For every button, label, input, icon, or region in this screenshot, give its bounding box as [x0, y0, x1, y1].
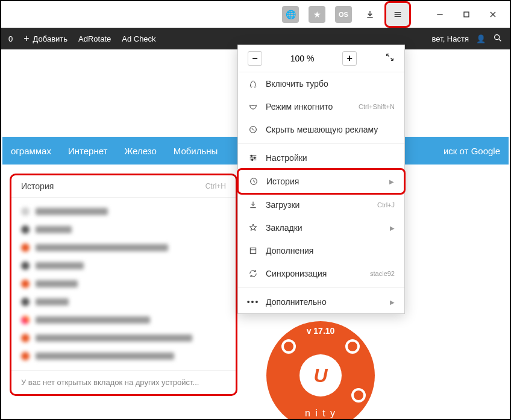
maximize-button[interactable] [454, 5, 478, 24]
clock-icon [248, 176, 259, 187]
add-bookmark-button[interactable]: +Добавить [24, 33, 67, 44]
menu-settings[interactable]: Настройки [238, 146, 404, 169]
list-item[interactable] [11, 293, 236, 311]
toolbar-adcheck[interactable]: Ad Check [122, 34, 155, 43]
download-icon [248, 199, 259, 210]
history-footer: У вас нет открытых вкладок на других уст… [11, 370, 236, 394]
nav-item[interactable]: Железо [124, 146, 156, 156]
svg-rect-7 [250, 248, 256, 253]
chevron-right-icon: ▶ [390, 225, 395, 231]
svg-point-3 [251, 155, 252, 157]
user-icon[interactable]: 👤 [476, 34, 486, 43]
minimize-button[interactable] [428, 5, 452, 24]
history-list [11, 198, 236, 370]
menu-bookmarks[interactable]: Закладки ▶ [238, 216, 404, 239]
list-item[interactable] [11, 221, 236, 239]
toolbar-adrotate[interactable]: AdRotate [78, 34, 111, 43]
menu-history[interactable]: История ▶ [239, 170, 404, 193]
block-icon [248, 124, 259, 135]
box-icon [248, 245, 259, 256]
history-shortcut: Ctrl+H [205, 182, 226, 190]
nav-search[interactable]: иск от Google [444, 146, 500, 156]
browser-main-menu: − 100 % + Включить турбо Режим инкогнито… [237, 45, 405, 314]
menu-turbo[interactable]: Включить турбо [238, 72, 404, 95]
close-button[interactable] [481, 5, 505, 24]
svg-point-1 [495, 34, 500, 39]
zoom-controls: − 100 % + [238, 45, 404, 72]
sync-icon [248, 268, 259, 279]
svg-point-5 [251, 159, 253, 161]
ubuntu-logo: v 17.10 U n i t y [266, 321, 393, 418]
menu-incognito[interactable]: Режим инкогнито Ctrl+Shift+N [238, 95, 404, 118]
list-item[interactable] [11, 202, 236, 221]
os-extension-icon[interactable]: OS [331, 5, 356, 24]
menu-more[interactable]: ••• Дополнительно ▶ [238, 290, 404, 313]
list-item[interactable] [11, 347, 236, 365]
star-icon[interactable]: ★ [305, 5, 329, 24]
history-submenu-panel: История Ctrl+H У вас нет открытых вкладо… [10, 174, 237, 396]
toolbar-zero: 0 [8, 34, 13, 43]
zoom-out-button[interactable]: − [248, 51, 262, 66]
list-item[interactable] [11, 257, 236, 275]
list-item[interactable] [11, 239, 236, 257]
zoom-level: 100 % [290, 54, 315, 63]
list-item[interactable] [11, 275, 236, 293]
greeting-text: вет, Настя [432, 34, 469, 43]
menu-downloads[interactable]: Загрузки Ctrl+J [238, 193, 404, 216]
download-icon[interactable] [358, 5, 382, 24]
sliders-icon [248, 152, 259, 163]
nav-item[interactable]: ограммах [11, 146, 51, 156]
zoom-in-button[interactable]: + [342, 51, 357, 66]
search-icon[interactable] [493, 33, 503, 45]
star-icon [248, 222, 259, 233]
rocket-icon [248, 78, 259, 89]
chevron-right-icon: ▶ [390, 299, 395, 306]
menu-addons[interactable]: Дополнения [238, 239, 404, 262]
chevron-right-icon: ▶ [389, 178, 394, 185]
list-item[interactable] [11, 311, 236, 329]
nav-item[interactable]: Интернет [68, 146, 107, 156]
globe-icon[interactable]: 🌐 [278, 5, 303, 24]
dots-icon: ••• [248, 296, 259, 307]
list-item[interactable] [11, 329, 236, 347]
fullscreen-icon[interactable] [385, 52, 395, 64]
history-title: История [21, 181, 54, 191]
menu-sync[interactable]: Синхронизация stacie92 [238, 262, 404, 285]
svg-point-4 [254, 157, 256, 159]
mask-icon [248, 101, 259, 112]
nav-item[interactable]: Мобильны [174, 146, 218, 156]
svg-rect-0 [464, 12, 469, 17]
menu-button[interactable] [384, 1, 411, 28]
window-titlebar: 🌐 ★ OS [1, 1, 510, 28]
menu-hideads[interactable]: Скрыть мешающую рекламу [238, 118, 404, 141]
